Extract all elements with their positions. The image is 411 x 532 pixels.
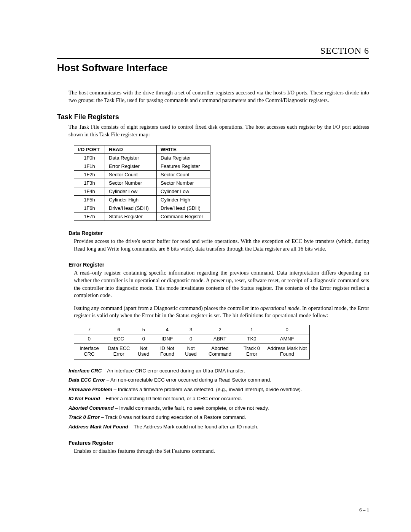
- section-label: SECTION 6: [57, 46, 369, 56]
- def-row: Track 0 Error – Track 0 was not found du…: [68, 414, 369, 421]
- intro-paragraph: The host communicates with the drive thr…: [68, 89, 369, 104]
- def-row: Aborted Command – Invalid commands, writ…: [68, 404, 369, 412]
- col-read: READ: [105, 145, 157, 154]
- bit-abbrev-row: 0 ECC 0 IDNF 0 ABRT TK0 AMNF: [74, 334, 310, 343]
- def-row: Firmware Problem – Indicates a firmware …: [68, 386, 369, 393]
- table-row: 1F0hData RegisterData Register: [74, 154, 210, 162]
- table-row: 1F7hStatus RegisterCommand Register: [74, 212, 210, 221]
- task-file-table: I/O PORT READ WRITE 1F0hData RegisterDat…: [74, 145, 210, 221]
- def-row: ID Not Found – Either a matching ID fiel…: [68, 395, 369, 403]
- error-register-body1: A read–only register containing specific…: [74, 269, 369, 299]
- def-row: Data ECC Error – An non-correctable ECC …: [68, 376, 369, 384]
- bit-desc-row: Interface CRC Data ECC Error Not Used ID…: [74, 343, 310, 359]
- page-title: Host Software Interface: [57, 62, 369, 74]
- data-register-heading: Data Register: [68, 230, 369, 236]
- table-row: 1F4hCylinder LowCylinder Low: [74, 187, 210, 196]
- table-row: 1F3hSector NumberSector Number: [74, 179, 210, 187]
- table-row: 1F6hDrive/Head (SDH)Drive/Head (SDH): [74, 204, 210, 212]
- bit-number-row: 7 6 5 4 3 2 1 0: [74, 325, 310, 334]
- table-row: 1F5hCylinder HighCylinder High: [74, 196, 210, 204]
- table-header-row: I/O PORT READ WRITE: [74, 145, 210, 154]
- table-row: 1F1hError RegisterFeatures Register: [74, 162, 210, 171]
- features-register-heading: Features Register: [68, 440, 369, 446]
- task-file-heading: Task File Registers: [57, 113, 369, 121]
- col-write: WRITE: [157, 145, 210, 154]
- task-file-intro: The Task File consists of eight register…: [68, 123, 369, 138]
- page: SECTION 6 Host Software Interface The ho…: [0, 0, 411, 532]
- title-rule: [57, 58, 369, 59]
- features-register-body: Enables or disables features through the…: [74, 447, 369, 455]
- error-register-heading: Error Register: [68, 262, 369, 268]
- col-io-port: I/O PORT: [74, 145, 105, 154]
- def-row: Address Mark Not Found – The Address Mar…: [68, 423, 369, 431]
- def-row: Interface CRC – An interface CRC error o…: [68, 367, 369, 375]
- error-register-body2: Issuing any command (apart from a Diagno…: [74, 305, 369, 320]
- page-number: 6 – 1: [359, 507, 369, 513]
- error-defs: Interface CRC – An interface CRC error o…: [68, 367, 369, 431]
- error-bits-table: 7 6 5 4 3 2 1 0 0 ECC 0 IDNF 0 ABRT TK0 …: [74, 325, 310, 359]
- table-row: 1F2hSector CountSector Count: [74, 171, 210, 179]
- data-register-body: Provides access to the drive's sector bu…: [74, 238, 369, 252]
